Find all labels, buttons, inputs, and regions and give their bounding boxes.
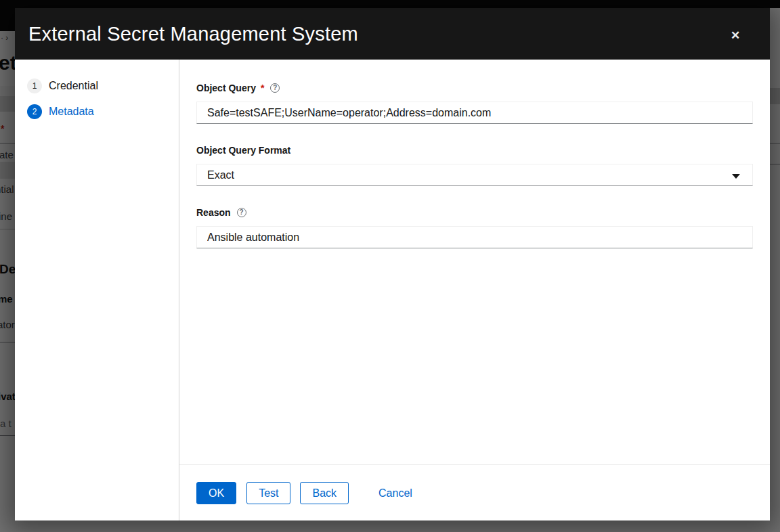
selected-option: Exact xyxy=(207,169,234,181)
wizard-step-metadata[interactable]: 2 Metadata xyxy=(27,104,172,119)
ok-button[interactable]: OK xyxy=(196,482,236,504)
help-icon[interactable]: ? xyxy=(237,208,246,217)
close-icon[interactable]: ✕ xyxy=(728,28,743,43)
modal-title: External Secret Management System xyxy=(28,23,358,45)
modal-header: External Secret Management System ✕ xyxy=(15,8,770,60)
reason-group: Reason ? xyxy=(196,206,753,248)
object-query-format-label: Object Query Format xyxy=(196,145,290,156)
reason-label-row: Reason ? xyxy=(196,206,753,218)
step-label: Metadata xyxy=(49,106,94,118)
object-query-format-label-row: Object Query Format xyxy=(196,144,753,156)
wizard-body: 1 Credential 2 Metadata Object Query * ? xyxy=(15,60,770,520)
object-query-input[interactable] xyxy=(196,102,753,124)
back-button[interactable]: Back xyxy=(300,482,349,504)
object-query-format-select[interactable]: Exact xyxy=(196,164,753,186)
wizard-nav: 1 Credential 2 Metadata xyxy=(15,60,179,520)
metadata-form: Object Query * ? Object Query Format Exa… xyxy=(179,60,770,464)
object-query-format-group: Object Query Format Exact xyxy=(196,144,753,186)
object-query-label-row: Object Query * ? xyxy=(196,82,753,93)
wizard-step-credential[interactable]: 1 Credential xyxy=(27,79,172,93)
wizard-main: Object Query * ? Object Query Format Exa… xyxy=(179,60,770,520)
step-label: Credential xyxy=(49,80,98,92)
required-asterisk: * xyxy=(261,83,264,93)
wizard-footer: OK Test Back Cancel xyxy=(179,464,770,520)
reason-input[interactable] xyxy=(196,226,753,248)
caret-down-icon xyxy=(732,174,740,179)
test-button[interactable]: Test xyxy=(246,482,290,504)
step-number-badge: 2 xyxy=(27,104,42,119)
object-query-group: Object Query * ? xyxy=(196,82,753,124)
object-query-label: Object Query xyxy=(196,83,256,93)
reason-label: Reason xyxy=(196,207,231,218)
help-icon[interactable]: ? xyxy=(270,83,280,93)
step-number-badge: 1 xyxy=(27,79,42,93)
external-secret-management-modal: External Secret Management System ✕ 1 Cr… xyxy=(15,8,770,520)
cancel-button[interactable]: Cancel xyxy=(366,482,425,504)
